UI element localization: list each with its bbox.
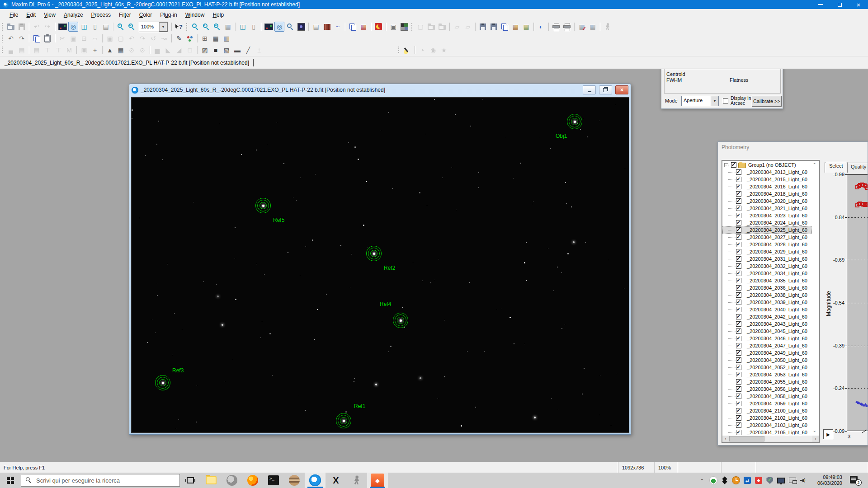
start-button[interactable] (0, 473, 21, 488)
actual-pixels-icon[interactable]: ▦ (223, 22, 233, 32)
photometry-file-row[interactable]: _20200304_2013_Light_60 (722, 169, 812, 176)
ruler-2-icon[interactable]: ⊤ (53, 45, 63, 55)
photometry-file-row[interactable]: _20200304_2039_Light_60 (722, 299, 812, 306)
pixel-grid-icon[interactable]: ▦ (359, 22, 368, 32)
file-checkbox[interactable] (736, 415, 741, 421)
chevron-down-icon[interactable]: ▼ (711, 96, 718, 106)
star-tool-icon[interactable]: ★ (439, 45, 449, 55)
new-doc-icon[interactable]: ▢ (415, 22, 425, 32)
clamp-icon[interactable]: ▯ (249, 22, 259, 32)
save-icon[interactable] (17, 22, 27, 32)
fill-3-icon[interactable]: ▧ (222, 45, 231, 55)
redo-icon[interactable]: ↷ (42, 22, 52, 32)
photometry-file-row[interactable]: _20200304_2046_Light_60 (722, 335, 812, 342)
file-checkbox[interactable] (736, 271, 741, 276)
rotate-display-icon[interactable]: ◐ (536, 22, 546, 32)
file-checkbox[interactable] (736, 379, 741, 385)
x-app-button[interactable]: X (326, 473, 346, 488)
stretch-window-icon[interactable]: ▤ (101, 22, 111, 32)
copy-icon[interactable] (32, 33, 42, 43)
file-checkbox[interactable] (736, 357, 741, 363)
utility-app-button[interactable] (346, 473, 367, 488)
file-library-icon[interactable] (322, 22, 332, 32)
flip-display-icon[interactable]: ◫ (79, 22, 89, 32)
batch-save-icon[interactable] (500, 22, 509, 32)
convert-color-icon[interactable]: ▦ (521, 22, 531, 32)
texture-icon[interactable]: ▦ (116, 45, 126, 55)
save-all-icon[interactable] (478, 22, 488, 32)
photometry-file-row[interactable]: _20200304_2105_Light_60 (722, 429, 812, 436)
crosshair-add-icon[interactable]: + (90, 45, 100, 55)
photometry-file-row[interactable]: _20200304_2029_Light_60 (722, 248, 812, 255)
photometry-file-row[interactable]: _20200304_2018_Light_60 (722, 190, 812, 197)
paste-icon[interactable] (42, 33, 52, 43)
photometry-panel-titlebar[interactable]: Photometry (718, 142, 868, 153)
photometry-file-row[interactable]: _20200304_2020_Light_60 (722, 197, 812, 205)
photometry-file-row[interactable]: _20200304_2032_Light_60 (722, 263, 812, 270)
planet-app-button[interactable] (284, 473, 305, 488)
defender-tray-icon[interactable] (766, 476, 774, 484)
file-checkbox[interactable] (736, 401, 741, 406)
layers-icon[interactable]: ▤ (17, 45, 27, 55)
zoom-level-combo[interactable]: 100%▼ (137, 22, 169, 32)
photometry-file-row[interactable]: _20200304_2036_Light_60 (722, 284, 812, 291)
blank-page-icon[interactable]: ▢ (116, 33, 126, 43)
mirror-icon[interactable]: ◫ (238, 22, 248, 32)
photometry-file-row[interactable]: _20200304_2016_Light_60 (722, 183, 812, 190)
fill-1-icon[interactable]: ▨ (200, 45, 210, 55)
zoom-out-icon[interactable]: − (127, 22, 137, 32)
file-checkbox[interactable] (736, 191, 741, 197)
fill-2-icon[interactable]: ■ (211, 45, 221, 55)
app-maximize-button[interactable] (830, 0, 849, 9)
photometry-file-row[interactable]: _20200304_2059_Light_60 (722, 400, 812, 407)
file-checkbox[interactable] (736, 372, 741, 377)
file-checkbox[interactable] (736, 343, 741, 348)
clock[interactable]: 09:49:03 06/03/2020 (817, 474, 842, 486)
aperture-info-icon[interactable] (285, 22, 295, 32)
tray-chevron-icon[interactable]: ⌃ (698, 476, 706, 484)
line-tool-icon[interactable]: ╱ (243, 45, 253, 55)
file-checkbox[interactable] (736, 350, 741, 356)
photometry-file-row[interactable]: _20200304_2015_Light_60 (722, 176, 812, 183)
rhino-app-button[interactable] (222, 473, 242, 488)
animate-button[interactable]: ▶ (823, 429, 833, 439)
photometry-group-row[interactable]: −Group1 (no OBJECT) (722, 161, 812, 169)
poly-1-icon[interactable]: ◣ (163, 45, 173, 55)
magnet-icon[interactable]: ◉ (428, 45, 438, 55)
photometry-file-row[interactable]: _20200304_2038_Light_60 (722, 291, 812, 299)
app-minimize-button[interactable] (811, 0, 830, 9)
scroll-down-icon[interactable]: ⌄ (813, 428, 816, 433)
ruler-1-icon[interactable]: ⊤ (42, 45, 52, 55)
photometry-file-row[interactable]: _20200304_2056_Light_60 (722, 385, 812, 393)
photometry-file-row[interactable]: _20200304_2100_Light_60 (722, 407, 812, 414)
photometry-file-row[interactable]: _20200304_2103_Light_60 (722, 422, 812, 429)
photometry-file-row[interactable]: _20200304_2049_Light_60 (722, 349, 812, 357)
document-tab[interactable]: _20200304_2025_Light_60s_R_-20degC.00017… (5, 60, 249, 66)
photometry-file-row[interactable]: _20200304_2034_Light_60 (722, 270, 812, 277)
file-checkbox[interactable] (736, 220, 741, 225)
scroll-up-icon[interactable]: ⌃ (813, 162, 816, 167)
menu-file[interactable]: File (5, 10, 22, 20)
file-checkbox[interactable] (736, 336, 741, 341)
calibration-settings-icon[interactable]: ▦✓ (577, 22, 587, 32)
rotate-left-icon[interactable]: ↶ (127, 33, 137, 43)
pan-mode-icon[interactable]: ▯ (90, 22, 100, 32)
horizontal-scrollbar[interactable]: ‹› (722, 436, 819, 442)
photometry-file-row[interactable]: _20200304_2025_Light_60 (722, 226, 812, 234)
screen-stretch-icon[interactable] (57, 22, 67, 32)
flash-pencil-icon[interactable] (402, 45, 412, 55)
file-checkbox[interactable] (736, 321, 741, 327)
file-checkbox[interactable] (736, 285, 741, 291)
free-rotate-icon[interactable]: ↝ (159, 33, 169, 43)
image-close-button[interactable]: × (615, 85, 628, 94)
tab-quality[interactable]: Quality (846, 163, 868, 173)
image-window-titlebar[interactable]: _20200304_2025_Light_60s_R_-20degC.00017… (129, 84, 631, 96)
doc-measure-icon[interactable]: ▤ (32, 45, 42, 55)
exposure-meter-icon[interactable]: ◔ (417, 45, 427, 55)
photometry-file-row[interactable]: _20200304_2021_Light_60 (722, 205, 812, 212)
toolbar-handle[interactable] (1, 46, 3, 54)
photometry-file-row[interactable]: _20200304_2024_Light_60 (722, 219, 812, 226)
menu-help[interactable]: Help (208, 10, 228, 20)
camera-control-icon[interactable]: ▣ (388, 22, 398, 32)
photometry-file-row[interactable]: _20200304_2045_Light_60 (722, 328, 812, 335)
